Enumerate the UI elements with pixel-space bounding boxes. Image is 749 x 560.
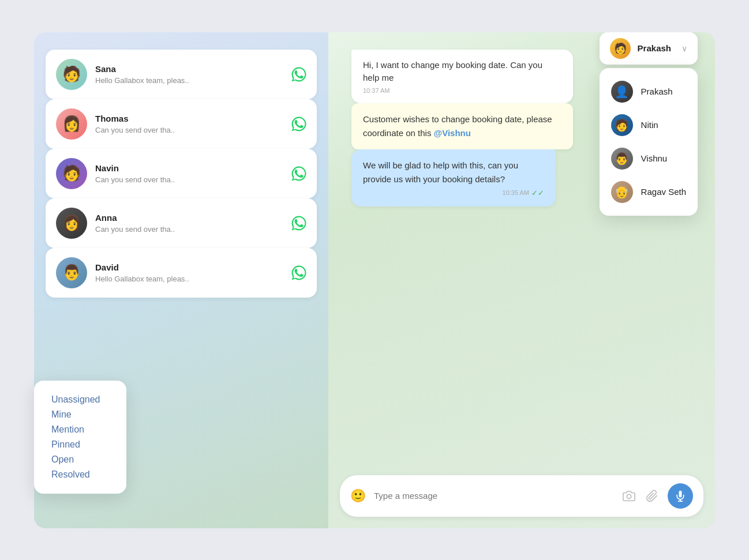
dropdown-user-name: Ragav Seth bbox=[641, 187, 686, 197]
chat-card-thomas[interactable]: 👩 Thomas Can you send over tha.. bbox=[46, 99, 317, 149]
dropdown-user-name: Vishnu bbox=[641, 153, 668, 163]
dropdown-user-avatar: 👴 bbox=[611, 181, 633, 203]
filter-item-resolved[interactable]: Resolved bbox=[51, 467, 109, 482]
dropdown-user-name: Nitin bbox=[641, 120, 658, 130]
user-dropdown-menu: 👤 Prakash 🧑 Nitin 👨 Vishnu 👴 Ragav Seth bbox=[600, 68, 698, 216]
chat-preview: Hello Gallabox team, pleas.. bbox=[95, 275, 306, 283]
chat-card-david[interactable]: 👨 David Hello Gallabox team, pleas.. bbox=[46, 248, 317, 298]
whatsapp-icon bbox=[290, 215, 308, 232]
chat-list: 🧑 Sana Hello Gallabox team, pleas.. 👩 Th… bbox=[46, 50, 317, 298]
whatsapp-icon bbox=[290, 264, 308, 281]
chat-name: Navin bbox=[95, 163, 306, 173]
message-note: Customer wishes to change booking date, … bbox=[351, 103, 573, 149]
message-text: Customer wishes to change booking date, … bbox=[363, 112, 561, 140]
chat-avatar: 👩 bbox=[56, 208, 87, 239]
chat-preview: Hello Gallabox team, pleas.. bbox=[95, 76, 306, 85]
dropdown-container: 🧑 Prakash ∨ 👤 Prakash 🧑 Nitin 👨 Vishnu 👴… bbox=[600, 32, 698, 216]
chat-preview: Can you send over tha.. bbox=[95, 126, 306, 134]
chat-info: David Hello Gallabox team, pleas.. bbox=[95, 262, 306, 283]
filter-item-mention[interactable]: Mention bbox=[51, 422, 109, 437]
whatsapp-icon bbox=[290, 66, 308, 83]
dropdown-user-prakash[interactable]: 👤 Prakash bbox=[600, 75, 698, 108]
dropdown-users-list: 👤 Prakash 🧑 Nitin 👨 Vishnu 👴 Ragav Seth bbox=[600, 75, 698, 209]
svg-point-0 bbox=[627, 494, 631, 498]
chat-name: Anna bbox=[95, 213, 306, 223]
filter-item-pinned[interactable]: Pinned bbox=[51, 437, 109, 452]
read-receipt: ✓✓ bbox=[531, 189, 544, 197]
dropdown-user-avatar: 👤 bbox=[611, 81, 633, 103]
attachment-button[interactable] bbox=[645, 488, 660, 503]
filter-item-mine[interactable]: Mine bbox=[51, 407, 109, 422]
message-time: 10:35 AM ✓✓ bbox=[363, 189, 544, 197]
chat-avatar: 🧑 bbox=[56, 158, 87, 189]
left-panel: 🧑 Sana Hello Gallabox team, pleas.. 👩 Th… bbox=[34, 32, 328, 528]
mention-tag: @Vishnu bbox=[434, 128, 471, 138]
chat-avatar: 👩 bbox=[56, 108, 87, 140]
whatsapp-icon bbox=[290, 115, 308, 133]
chat-name: David bbox=[95, 262, 306, 272]
chat-preview: Can you send over tha.. bbox=[95, 225, 306, 234]
chat-info: Sana Hello Gallabox team, pleas.. bbox=[95, 64, 306, 85]
chat-name: Thomas bbox=[95, 114, 306, 123]
filter-item-unassigned[interactable]: Unassigned bbox=[51, 392, 109, 407]
chat-info: Thomas Can you send over tha.. bbox=[95, 114, 306, 134]
chat-info: Navin Can you send over tha.. bbox=[95, 163, 306, 184]
chat-name: Sana bbox=[95, 64, 306, 74]
dropdown-user-nitin[interactable]: 🧑 Nitin bbox=[600, 108, 698, 142]
message-time: 10:37 AM bbox=[363, 87, 561, 94]
message-text: We will be glad to help with this, can y… bbox=[363, 159, 544, 186]
main-container: 🧑 Sana Hello Gallabox team, pleas.. 👩 Th… bbox=[34, 32, 715, 528]
chat-card-navin[interactable]: 🧑 Navin Can you send over tha.. bbox=[46, 149, 317, 198]
right-panel: 🧑 Prakash ∨ 👤 Prakash 🧑 Nitin 👨 Vishnu 👴… bbox=[328, 32, 715, 528]
chat-preview: Can you send over tha.. bbox=[95, 175, 306, 184]
sidebar-filter: UnassignedMineMentionPinnedOpenResolved bbox=[34, 381, 126, 494]
user-dropdown-trigger[interactable]: 🧑 Prakash ∨ bbox=[600, 32, 698, 65]
message-text: Hi, I want to change my booking date. Ca… bbox=[363, 59, 561, 85]
chevron-down-icon: ∨ bbox=[681, 44, 687, 53]
dropdown-user-avatar: 🧑 bbox=[611, 114, 633, 136]
selected-user-avatar: 🧑 bbox=[610, 38, 631, 59]
chat-avatar: 🧑 bbox=[56, 59, 87, 90]
camera-button[interactable] bbox=[621, 488, 636, 503]
dropdown-user-vishnu[interactable]: 👨 Vishnu bbox=[600, 142, 698, 175]
chat-input-bar: 🙂 bbox=[340, 475, 703, 517]
message-outgoing: We will be glad to help with this, can y… bbox=[351, 149, 556, 206]
chat-info: Anna Can you send over tha.. bbox=[95, 213, 306, 234]
whatsapp-icon bbox=[290, 165, 308, 182]
dropdown-user-ragav-seth[interactable]: 👴 Ragav Seth bbox=[600, 175, 698, 209]
emoji-button[interactable]: 🙂 bbox=[350, 488, 366, 503]
filter-item-open[interactable]: Open bbox=[51, 452, 109, 467]
chat-card-sana[interactable]: 🧑 Sana Hello Gallabox team, pleas.. bbox=[46, 50, 317, 99]
chat-card-anna[interactable]: 👩 Anna Can you send over tha.. bbox=[46, 198, 317, 248]
selected-user-name: Prakash bbox=[638, 43, 675, 53]
chat-avatar: 👨 bbox=[56, 257, 87, 288]
dropdown-user-avatar: 👨 bbox=[611, 148, 633, 170]
filter-list: UnassignedMineMentionPinnedOpenResolved bbox=[51, 392, 109, 482]
dropdown-user-name: Prakash bbox=[641, 87, 673, 96]
message-incoming: Hi, I want to change my booking date. Ca… bbox=[351, 50, 573, 103]
mic-button[interactable] bbox=[668, 483, 693, 509]
message-input[interactable] bbox=[374, 491, 613, 501]
